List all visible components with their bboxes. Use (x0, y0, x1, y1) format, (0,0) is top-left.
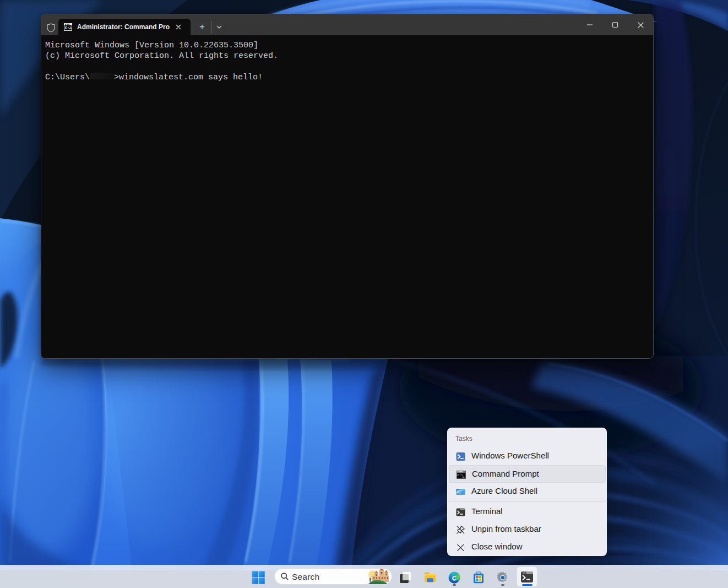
svg-text:C:\: C:\ (458, 473, 464, 477)
svg-text:C:\: C:\ (65, 26, 72, 30)
